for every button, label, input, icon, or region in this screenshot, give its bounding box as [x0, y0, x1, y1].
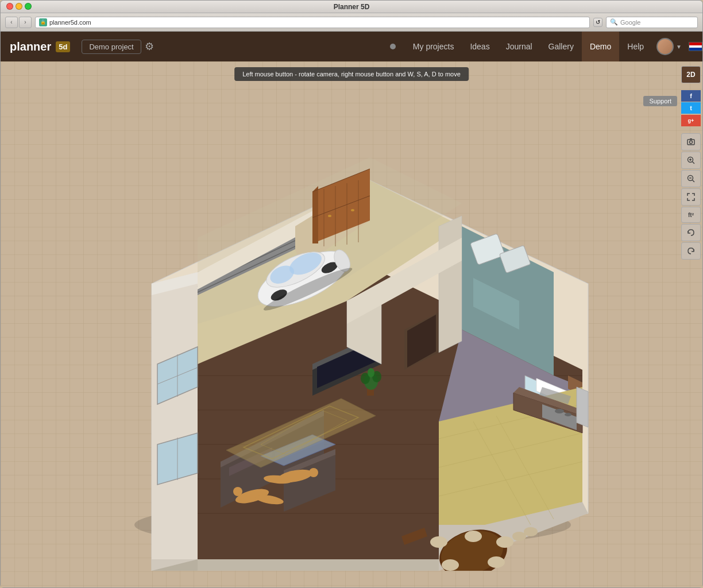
svg-point-66: [233, 487, 242, 496]
nav-dot: [390, 44, 396, 49]
address-bar[interactable]: 🔒 planner5d.com: [35, 17, 590, 28]
nav-ideas[interactable]: Ideas: [462, 32, 497, 61]
nav-demo[interactable]: Demo: [582, 32, 619, 61]
fullscreen-button[interactable]: [681, 188, 701, 206]
nav-journal[interactable]: Journal: [498, 32, 540, 61]
browser-frame: Planner 5D ‹ › 🔒 planner5d.com ↺ 🔍 Googl…: [0, 0, 703, 588]
forward-button[interactable]: ›: [19, 17, 32, 28]
svg-rect-108: [690, 138, 692, 140]
language-flag[interactable]: [689, 42, 702, 51]
undo-button[interactable]: [681, 224, 701, 241]
svg-point-55: [555, 409, 564, 413]
svg-point-56: [565, 413, 571, 416]
search-icon: 🔍: [610, 18, 618, 26]
nav-my-projects[interactable]: My projects: [405, 32, 462, 61]
search-bar[interactable]: 🔍 Google: [606, 17, 698, 28]
right-toolbar: 2D f t g+: [679, 61, 702, 264]
svg-point-69: [309, 468, 318, 477]
app-container: planner 5d Demo project ⚙ My projects Id…: [1, 32, 702, 587]
maximize-button[interactable]: [25, 3, 32, 10]
browser-titlebar: Planner 5D: [1, 1, 702, 13]
search-placeholder: Google: [620, 19, 640, 26]
back-button[interactable]: ‹: [5, 17, 18, 28]
svg-point-29: [351, 209, 354, 211]
secure-icon: 🔒: [39, 18, 47, 26]
svg-marker-104: [198, 559, 439, 571]
browser-toolbar: ‹ › 🔒 planner5d.com ↺ 🔍 Google: [1, 13, 702, 32]
user-menu[interactable]: ▼: [652, 38, 686, 55]
svg-point-91: [524, 527, 538, 536]
svg-point-90: [512, 532, 526, 541]
app-navbar: planner 5d Demo project ⚙ My projects Id…: [1, 32, 702, 61]
nav-buttons: ‹ ›: [5, 17, 32, 28]
svg-line-115: [693, 180, 695, 183]
logo-area: planner 5d: [10, 40, 70, 53]
refresh-button[interactable]: ↺: [593, 18, 602, 27]
main-viewport[interactable]: Support Left mouse button - rotate camer…: [1, 61, 702, 587]
svg-point-88: [496, 536, 513, 548]
svg-point-82: [368, 368, 374, 377]
user-avatar: [656, 38, 674, 55]
svg-point-87: [488, 556, 505, 568]
svg-point-85: [430, 536, 447, 548]
twitter-button[interactable]: t: [681, 102, 701, 114]
svg-point-107: [690, 141, 693, 144]
project-name-button[interactable]: Demo project: [82, 40, 141, 54]
screenshot-button[interactable]: [681, 133, 701, 150]
gplus-button[interactable]: g+: [681, 115, 701, 126]
nav-links: My projects Ideas Journal Gallery Demo H…: [405, 32, 652, 61]
minimize-button[interactable]: [16, 3, 22, 10]
zoom-in-button[interactable]: [681, 152, 701, 169]
nav-gallery[interactable]: Gallery: [540, 32, 582, 61]
tooltip-bar: Left mouse button - rotate camera, right…: [234, 67, 469, 81]
svg-line-112: [693, 162, 695, 164]
url-text: planner5d.com: [49, 19, 91, 26]
svg-marker-21: [312, 186, 318, 243]
floor-plan-3d: [83, 123, 600, 571]
settings-button[interactable]: ⚙: [145, 40, 154, 53]
units-button[interactable]: ft²: [681, 207, 701, 223]
svg-point-86: [442, 559, 459, 571]
facebook-button[interactable]: f: [681, 90, 701, 102]
logo-text: planner: [10, 40, 51, 53]
floor-plan-svg: [83, 123, 600, 571]
svg-point-28: [328, 215, 331, 217]
close-button[interactable]: [6, 3, 13, 10]
svg-marker-8: [152, 272, 198, 571]
tooltip-text: Left mouse button - rotate camera, right…: [242, 71, 461, 78]
view-2d-button[interactable]: 2D: [681, 66, 701, 83]
nav-help[interactable]: Help: [619, 32, 652, 61]
logo-badge: 5d: [56, 41, 70, 52]
zoom-out-button[interactable]: [681, 170, 701, 187]
browser-controls: [6, 3, 32, 10]
dropdown-arrow: ▼: [676, 44, 682, 50]
svg-marker-58: [577, 387, 588, 427]
svg-point-89: [465, 531, 482, 542]
svg-marker-100: [439, 216, 462, 353]
window-title: Planner 5D: [334, 3, 370, 11]
support-button[interactable]: Support: [643, 96, 677, 106]
redo-button[interactable]: [681, 242, 701, 260]
